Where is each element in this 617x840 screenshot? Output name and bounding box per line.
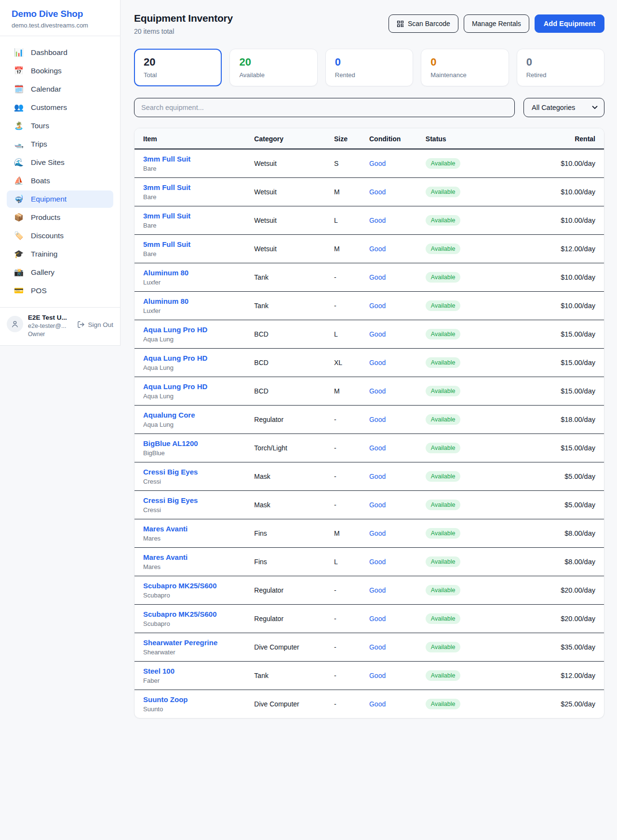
sidebar-item-dashboard[interactable]: 📊 Dashboard — [7, 44, 113, 61]
equipment-table: Item Category Size Condition Status Rent… — [134, 128, 604, 718]
sidebar-item-tours[interactable]: 🏝️ Tours — [7, 117, 113, 135]
item-name-link[interactable]: Cressi Big Eyes — [143, 468, 254, 476]
item-name-link[interactable]: Shearwater Peregrine — [143, 638, 254, 647]
sidebar-item-products[interactable]: 📦 Products — [7, 209, 113, 226]
rental-cell: $10.00/day — [498, 263, 604, 292]
item-brand: Cressi — [143, 506, 254, 514]
item-name-link[interactable]: Scubapro MK25/S600 — [143, 582, 254, 590]
stat-value: 0 — [335, 56, 403, 68]
category-cell: Fins — [254, 519, 334, 548]
item-name-link[interactable]: Cressi Big Eyes — [143, 496, 254, 504]
stat-card-maintenance[interactable]: 0 Maintenance — [421, 49, 509, 86]
item-name-link[interactable]: Aluminum 80 — [143, 297, 254, 305]
condition-link[interactable]: Good — [369, 217, 386, 224]
col-size: Size — [334, 128, 369, 149]
item-name-link[interactable]: 5mm Full Suit — [143, 240, 254, 248]
table-row: Shearwater Peregrine Shearwater Dive Com… — [134, 633, 604, 662]
condition-link[interactable]: Good — [369, 643, 386, 651]
stat-value: 0 — [526, 56, 595, 68]
sidebar-item-equipment[interactable]: 🤿 Equipment — [7, 190, 113, 208]
category-cell: Mask — [254, 462, 334, 491]
category-cell: Mask — [254, 491, 334, 519]
user-role: Owner — [28, 331, 67, 338]
condition-link[interactable]: Good — [369, 302, 386, 310]
item-name-link[interactable]: Aqua Lung Pro HD — [143, 325, 254, 334]
condition-link[interactable]: Good — [369, 501, 386, 509]
stat-card-retired[interactable]: 0 Retired — [517, 49, 604, 86]
size-cell: M — [334, 377, 369, 406]
category-cell: Regulator — [254, 576, 334, 605]
condition-link[interactable]: Good — [369, 586, 386, 594]
item-name-link[interactable]: Aluminum 80 — [143, 269, 254, 277]
condition-link[interactable]: Good — [369, 444, 386, 452]
item-name-link[interactable]: Aqualung Core — [143, 411, 254, 419]
sign-out-button[interactable]: Sign Out — [77, 321, 113, 328]
item-name-link[interactable]: Aqua Lung Pro HD — [143, 382, 254, 391]
condition-link[interactable]: Good — [369, 330, 386, 338]
item-name-link[interactable]: Scubapro MK25/S600 — [143, 610, 254, 618]
sidebar-item-trips[interactable]: 🛥️ Trips — [7, 135, 113, 153]
sidebar-item-dive-sites[interactable]: 🌊 Dive Sites — [7, 154, 113, 171]
item-brand: Aqua Lung — [143, 336, 254, 343]
condition-link[interactable]: Good — [369, 558, 386, 566]
item-name-link[interactable]: Suunto Zoop — [143, 695, 254, 704]
sidebar-item-discounts[interactable]: 🏷️ Discounts — [7, 227, 113, 244]
boats-sailboat-icon: ⛵ — [13, 177, 24, 185]
sidebar-item-pos[interactable]: 💳 POS — [7, 282, 113, 299]
condition-link[interactable]: Good — [369, 416, 386, 423]
item-name-link[interactable]: Mares Avanti — [143, 553, 254, 561]
item-name-link[interactable]: Steel 100 — [143, 667, 254, 675]
item-brand: Bare — [143, 193, 254, 201]
condition-link[interactable]: Good — [369, 672, 386, 679]
filter-row: All Categories — [134, 98, 604, 117]
item-name-link[interactable]: 3mm Full Suit — [143, 212, 254, 220]
sidebar-item-calendar[interactable]: 🗓️ Calendar — [7, 81, 113, 98]
header-actions: Scan Barcode Manage Rentals Add Equipmen… — [389, 14, 604, 33]
sidebar-item-training[interactable]: 🎓 Training — [7, 245, 113, 263]
condition-link[interactable]: Good — [369, 160, 386, 167]
user-name: E2E Test U... — [28, 314, 67, 321]
item-name-link[interactable]: 3mm Full Suit — [143, 183, 254, 191]
add-equipment-button[interactable]: Add Equipment — [535, 14, 604, 33]
item-brand: Luxfer — [143, 307, 254, 314]
condition-link[interactable]: Good — [369, 245, 386, 253]
category-select[interactable]: All Categories — [523, 98, 604, 117]
condition-link[interactable]: Good — [369, 387, 386, 395]
table-row: Scubapro MK25/S600 Scubapro Regulator - … — [134, 576, 604, 605]
status-badge: Available — [426, 158, 461, 169]
condition-link[interactable]: Good — [369, 188, 386, 196]
item-name-link[interactable]: Aqua Lung Pro HD — [143, 354, 254, 362]
stat-label: Available — [239, 71, 308, 79]
size-cell: M — [334, 519, 369, 548]
condition-link[interactable]: Good — [369, 615, 386, 623]
sidebar-item-customers[interactable]: 👥 Customers — [7, 99, 113, 116]
item-name-link[interactable]: BigBlue AL1200 — [143, 439, 254, 447]
condition-link[interactable]: Good — [369, 700, 386, 708]
sidebar-item-boats[interactable]: ⛵ Boats — [7, 172, 113, 190]
manage-rentals-button[interactable]: Manage Rentals — [464, 14, 529, 33]
sidebar-item-gallery[interactable]: 📸 Gallery — [7, 264, 113, 281]
add-equipment-label: Add Equipment — [544, 20, 595, 27]
item-brand: Mares — [143, 535, 254, 542]
item-name-link[interactable]: 3mm Full Suit — [143, 155, 254, 163]
sidebar-item-bookings[interactable]: 📅 Bookings — [7, 62, 113, 80]
condition-link[interactable]: Good — [369, 359, 386, 366]
table-row: Aqua Lung Pro HD Aqua Lung BCD XL Good A… — [134, 349, 604, 377]
rental-cell: $20.00/day — [498, 576, 604, 605]
stat-value: 0 — [430, 56, 499, 68]
condition-link[interactable]: Good — [369, 529, 386, 537]
stat-card-total[interactable]: 20 Total — [134, 49, 222, 86]
search-input[interactable] — [134, 98, 515, 117]
sidebar-item-label: Tours — [31, 122, 49, 130]
stat-card-available[interactable]: 20 Available — [229, 49, 317, 86]
stat-card-rented[interactable]: 0 Rented — [325, 49, 413, 86]
equipment-table-card: Item Category Size Condition Status Rent… — [134, 128, 604, 718]
table-row: Mares Avanti Mares Fins M Good Available… — [134, 519, 604, 548]
item-name-link[interactable]: Mares Avanti — [143, 525, 254, 533]
person-icon — [11, 320, 19, 328]
scan-barcode-button[interactable]: Scan Barcode — [389, 14, 458, 33]
item-brand: Shearwater — [143, 649, 254, 656]
condition-link[interactable]: Good — [369, 473, 386, 480]
condition-link[interactable]: Good — [369, 273, 386, 281]
status-badge: Available — [426, 670, 461, 681]
